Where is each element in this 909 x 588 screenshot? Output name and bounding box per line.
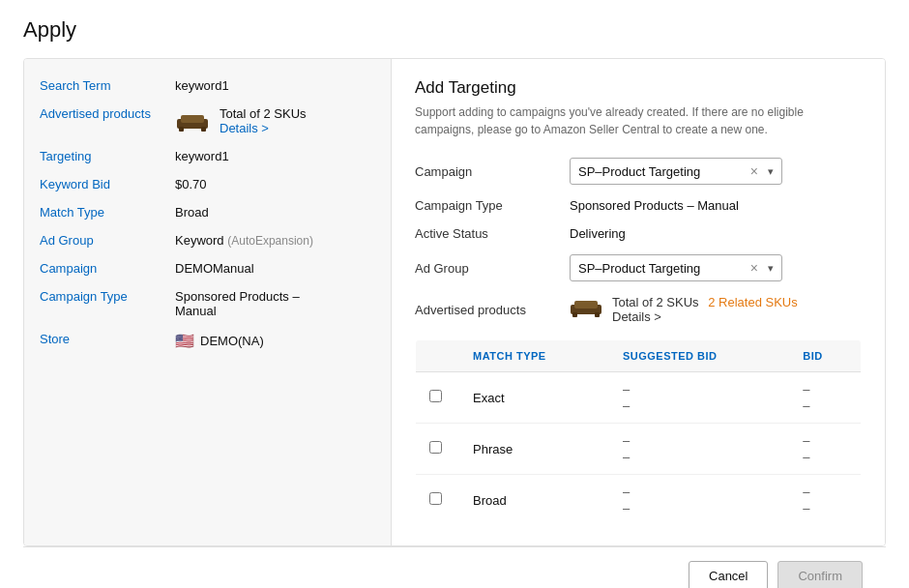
product-icon: [175, 106, 210, 133]
campaign-type-form-label: Campaign Type: [415, 198, 570, 213]
active-status-form-value: Delivering: [570, 226, 626, 241]
exact-checkbox[interactable]: [429, 390, 442, 402]
search-term-row: Search Term keyword1: [40, 78, 375, 93]
phrase-match-type: Phrase: [457, 424, 607, 475]
campaign-label: Campaign: [40, 261, 175, 276]
phrase-suggested-bid-dash: ––: [623, 433, 772, 464]
exact-match-type: Exact: [457, 372, 607, 424]
ad-group-row: Ad Group Keyword (AutoExpansion): [40, 233, 375, 248]
broad-bid: ––: [787, 475, 861, 526]
ad-group-select-value: SP–Product Targeting: [578, 261, 745, 276]
adv-product-icon: [570, 295, 602, 321]
phrase-checkbox[interactable]: [429, 441, 442, 454]
adv-product-total: Total of 2 SKUs 2 Related SKUs: [612, 295, 798, 309]
advertised-products-row: Advertised products Total of 2 SKUs Deta…: [40, 106, 375, 135]
campaign-type-form-row: Campaign Type Sponsored Products – Manua…: [415, 198, 862, 213]
cancel-button[interactable]: Cancel: [689, 561, 768, 588]
search-term-value: keyword1: [175, 78, 229, 93]
keyword-bid-row: Keyword Bid $0.70: [40, 177, 375, 191]
ad-group-value: Keyword (AutoExpansion): [175, 233, 313, 248]
campaign-value: DEMOManual: [175, 261, 254, 276]
campaign-type-label: Campaign Type: [40, 289, 175, 304]
active-status-form-label: Active Status: [415, 226, 570, 241]
adv-products-form-row: Advertised products Total of 2 SKUs: [415, 295, 862, 324]
svg-rect-7: [595, 312, 600, 317]
active-status-form-row: Active Status Delivering: [415, 226, 862, 241]
broad-match-type: Broad: [457, 475, 607, 526]
auto-expansion: (AutoExpansion): [227, 234, 313, 248]
adv-product-text: Total of 2 SKUs 2 Related SKUs Details >: [612, 295, 798, 324]
campaign-select-arrow: ▾: [768, 165, 774, 178]
related-skus-label: 2 Related SKUs: [708, 295, 798, 309]
match-type-value: Broad: [175, 205, 209, 220]
table-row: Phrase –– ––: [416, 424, 862, 475]
exact-suggested-bid: ––: [607, 372, 787, 424]
broad-checkbox-cell: [416, 475, 458, 526]
svg-rect-1: [181, 115, 204, 123]
table-header-suggested-bid: SUGGESTED BID: [607, 340, 787, 372]
left-panel: Search Term keyword1 Advertised products: [24, 59, 392, 545]
search-term-label: Search Term: [40, 78, 175, 93]
campaign-select[interactable]: SP–Product Targeting × ▾: [570, 158, 782, 185]
table-row: Exact –– ––: [416, 372, 862, 424]
right-panel-description: Support adding to campaigns you've alrea…: [415, 103, 862, 138]
phrase-bid: ––: [787, 424, 861, 475]
adv-product-details-link[interactable]: Details >: [612, 309, 661, 324]
adv-product-total-label: Total of 2 SKUs: [612, 295, 699, 309]
phrase-checkbox-cell: [416, 424, 458, 475]
broad-suggested-bid-dash: ––: [623, 485, 772, 515]
svg-rect-6: [572, 312, 577, 317]
exact-suggested-bid-dash: ––: [623, 382, 772, 413]
campaign-type-value: Sponsored Products –Manual: [175, 289, 300, 318]
campaign-type-row: Campaign Type Sponsored Products –Manual: [40, 289, 375, 318]
bid-table: MATCH TYPE SUGGESTED BID BID Exact ––: [415, 339, 862, 526]
confirm-button[interactable]: Confirm: [777, 561, 863, 588]
exact-bid-dash: ––: [803, 382, 845, 413]
product-info: Total of 2 SKUs Details >: [175, 106, 307, 135]
store-value-row: 🇺🇸 DEMO(NA): [175, 332, 264, 350]
campaign-form-label: Campaign: [415, 164, 570, 179]
right-panel: Add Targeting Support adding to campaign…: [392, 59, 885, 545]
adv-products-right: Total of 2 SKUs 2 Related SKUs Details >: [570, 295, 798, 324]
advertised-products-label: Advertised products: [40, 106, 175, 121]
ad-group-form-label: Ad Group: [415, 261, 570, 276]
phrase-suggested-bid: ––: [607, 424, 787, 475]
campaign-select-clear[interactable]: ×: [750, 163, 758, 179]
exact-bid: ––: [787, 372, 861, 424]
targeting-row: Targeting keyword1: [40, 149, 375, 163]
campaign-select-value: SP–Product Targeting: [578, 164, 745, 179]
broad-suggested-bid: ––: [607, 475, 787, 526]
product-total: Total of 2 SKUs: [220, 106, 307, 121]
ad-group-select-arrow: ▾: [768, 262, 774, 275]
targeting-label: Targeting: [40, 149, 175, 163]
broad-bid-dash: ––: [803, 485, 845, 515]
broad-checkbox[interactable]: [429, 492, 442, 505]
phrase-bid-dash: ––: [803, 433, 845, 464]
table-header-checkbox: [416, 340, 458, 372]
adv-products-form-label: Advertised products: [415, 303, 570, 317]
keyword-bid-value: $0.70: [175, 177, 207, 191]
svg-rect-3: [201, 127, 206, 132]
store-row: Store 🇺🇸 DEMO(NA): [40, 332, 375, 350]
footer: Cancel Confirm: [23, 546, 886, 588]
campaign-form-row: Campaign SP–Product Targeting × ▾: [415, 158, 862, 185]
ad-group-select[interactable]: SP–Product Targeting × ▾: [570, 254, 782, 281]
store-value: DEMO(NA): [200, 334, 264, 348]
campaign-row: Campaign DEMOManual: [40, 261, 375, 276]
table-header-row: MATCH TYPE SUGGESTED BID BID: [416, 340, 862, 372]
table-header-bid: BID: [787, 340, 861, 372]
match-type-label: Match Type: [40, 205, 175, 220]
keyword-bid-label: Keyword Bid: [40, 177, 175, 191]
ad-group-form-row: Ad Group SP–Product Targeting × ▾: [415, 254, 862, 281]
product-details-link[interactable]: Details >: [220, 121, 269, 135]
table-header-match-type: MATCH TYPE: [457, 340, 607, 372]
svg-rect-5: [574, 301, 598, 309]
svg-rect-2: [179, 127, 184, 132]
right-panel-title: Add Targeting: [415, 78, 862, 98]
targeting-value: keyword1: [175, 149, 229, 163]
ad-group-select-clear[interactable]: ×: [750, 260, 758, 276]
page-title: Apply: [23, 17, 886, 43]
main-content: Search Term keyword1 Advertised products: [23, 58, 886, 546]
campaign-type-form-value: Sponsored Products – Manual: [570, 198, 739, 213]
product-text: Total of 2 SKUs Details >: [220, 106, 307, 135]
